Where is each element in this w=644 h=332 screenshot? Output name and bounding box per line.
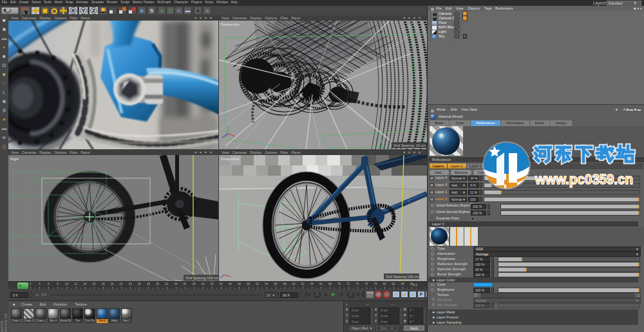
svg-text:Perspective: Perspective	[221, 23, 240, 26]
svg-text:Right: Right	[10, 157, 19, 161]
svg-text:www.pc0359.cn: www.pc0359.cn	[535, 171, 633, 187]
svg-text:Grid Spacing 100 cm: Grid Spacing 100 cm	[386, 275, 419, 279]
svg-text:Grid Spacing 100 cm: Grid Spacing 100 cm	[185, 276, 218, 280]
svg-text:Grid Spacing 10 cm: Grid Spacing 10 cm	[393, 143, 426, 147]
svg-text:Perspective: Perspective	[221, 157, 240, 161]
